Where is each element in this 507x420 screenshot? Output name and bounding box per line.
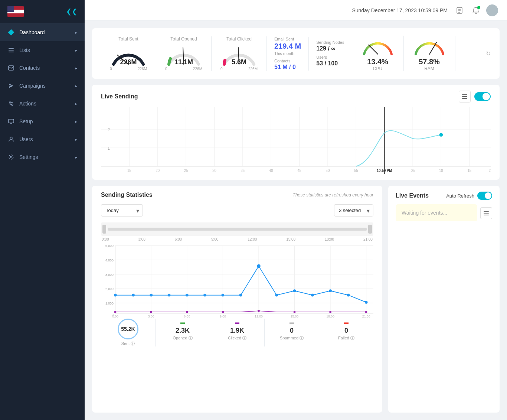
events-list-button[interactable] <box>480 207 492 219</box>
svg-point-82 <box>132 294 135 297</box>
topbar: Sunday December 17, 2023 10:59:09 PM <box>85 0 507 21</box>
svg-text:15:00: 15:00 <box>291 315 299 318</box>
total-opened-label: Total Opened <box>170 36 197 42</box>
spammed-value: 0 <box>265 327 319 335</box>
sidebar-label-setup: Setup <box>19 118 75 124</box>
svg-point-101 <box>294 311 296 313</box>
user-avatar <box>486 4 498 16</box>
auto-refresh-label: Auto Refresh <box>446 193 474 199</box>
arrow-icon: ▸ <box>75 120 77 124</box>
envelope-icon <box>7 64 15 72</box>
total-opened-range: 0 226M <box>165 67 202 71</box>
diamond-icon <box>7 29 15 36</box>
clicked-value: 1.9K <box>210 327 264 335</box>
arrow-icon: ▸ <box>75 30 77 35</box>
date-filter-select[interactable]: Today Yesterday Last 7 days <box>101 204 143 216</box>
svg-point-94 <box>347 294 350 297</box>
list-view-button[interactable] <box>459 91 471 102</box>
avatar-icon[interactable] <box>486 4 498 16</box>
sidebar-item-lists[interactable]: Lists ▸ <box>0 41 85 59</box>
sidebar-item-users[interactable]: Users ▸ <box>0 130 85 148</box>
chart-range-container: 0:003:006:009:0012:0015:0018:0021:00 <box>101 222 373 241</box>
sidebar-item-campaigns[interactable]: Campaigns ▸ <box>0 77 85 95</box>
back-icon[interactable]: ❮❮ <box>66 7 77 16</box>
sidebar-item-setup[interactable]: Setup ▸ <box>0 113 85 130</box>
svg-text:10:59 PM: 10:59 PM <box>377 169 392 173</box>
date-filter-wrapper: Today Yesterday Last 7 days <box>101 204 143 216</box>
total-opened-block: Total Opened 11.1M 0 226M <box>156 36 212 71</box>
range-handle-left[interactable] <box>102 225 106 234</box>
cpu-block: 13.4% CPU <box>352 36 404 71</box>
svg-text:10: 10 <box>439 169 443 173</box>
range-track <box>108 228 367 231</box>
svg-text:15: 15 <box>467 169 471 173</box>
contacts-label: Contacts <box>274 59 301 63</box>
svg-text:45: 45 <box>297 169 301 173</box>
svg-text:50: 50 <box>326 169 330 173</box>
svg-point-84 <box>168 294 171 297</box>
svg-text:55: 55 <box>354 169 358 173</box>
topbar-icons <box>454 4 498 16</box>
filter-row: Today Yesterday Last 7 days 3 selected <box>101 204 373 216</box>
range-time-labels: 0:003:006:009:0012:0015:0018:0021:00 <box>101 237 373 241</box>
sidebar-item-contacts[interactable]: Contacts ▸ <box>0 59 85 77</box>
clicked-stat: ▬ 1.9K Clicked ⓘ <box>210 319 265 346</box>
sending-nodes-row: Sending Nodes 129 / ∞ <box>316 40 344 52</box>
document-icon[interactable] <box>454 4 465 16</box>
svg-point-100 <box>258 310 260 312</box>
monitor-icon <box>7 118 15 125</box>
sidebar-item-dashboard[interactable]: Dashboard ▸ <box>0 23 85 41</box>
svg-point-102 <box>329 311 331 313</box>
sidebar: ❮❮ Dashboard ▸ Lists ▸ Contacts ▸ <box>0 0 85 420</box>
live-sending-header: Live Sending ✓ <box>101 91 491 102</box>
total-clicked-block: Total Clicked 5.6M 0 226M <box>212 36 267 71</box>
statistics-chart: 5,000 4,000 3,000 2,000 1,000 0 <box>101 244 373 319</box>
svg-rect-0 <box>9 48 14 49</box>
opened-stat: ▬ 2.3K Opened ⓘ <box>156 319 210 346</box>
email-sent-block: Email Sent 219.4 M This month Contacts 5… <box>267 37 309 71</box>
waiting-box: Waiting for events... <box>396 204 477 221</box>
svg-rect-104 <box>484 211 489 212</box>
svg-point-97 <box>150 311 152 313</box>
svg-text:21:00: 21:00 <box>362 315 370 318</box>
user-icon <box>7 136 15 143</box>
datetime-display: Sunday December 17, 2023 10:59:09 PM <box>352 7 448 13</box>
send-icon <box>7 82 15 89</box>
flag-icon <box>7 6 24 17</box>
sidebar-label-settings: Settings <box>19 154 75 160</box>
svg-point-7 <box>10 137 12 139</box>
auto-refresh-toggle[interactable]: ✓ <box>477 192 492 200</box>
total-clicked-range: 0 226M <box>220 67 258 71</box>
range-bar <box>101 222 373 236</box>
svg-point-81 <box>114 294 117 297</box>
main-content: Sunday December 17, 2023 10:59:09 PM Tot… <box>85 0 507 420</box>
refresh-icon[interactable]: ↻ <box>486 50 491 57</box>
svg-rect-17 <box>462 96 467 97</box>
spammed-label: Spammed ⓘ <box>265 335 319 341</box>
users-value: 53 / 100 <box>316 60 344 67</box>
svg-text:2: 2 <box>108 127 110 132</box>
sending-stats-title: Sending Statistics <box>101 192 153 198</box>
svg-point-92 <box>311 294 314 297</box>
arrow-icon: ▸ <box>75 155 77 159</box>
auto-refresh-row: Auto Refresh ✓ <box>446 192 492 200</box>
contacts-row: Contacts 51 M / 0 <box>274 59 301 71</box>
svg-text:40: 40 <box>269 169 273 173</box>
sidebar-label-actions: Actions <box>19 101 75 107</box>
svg-text:1: 1 <box>108 146 110 150</box>
svg-point-8 <box>10 156 12 158</box>
range-handle-right[interactable] <box>368 225 372 234</box>
sidebar-item-settings[interactable]: Settings ▸ <box>0 148 85 166</box>
live-sending-toggle[interactable]: ✓ <box>474 92 491 101</box>
sidebar-item-actions[interactable]: Actions ▸ <box>0 95 85 113</box>
sidebar-label-lists: Lists <box>19 47 75 53</box>
svg-text:20: 20 <box>489 169 491 173</box>
svg-rect-105 <box>484 213 489 214</box>
svg-point-10 <box>475 13 477 14</box>
series-filter-select[interactable]: 3 selected <box>334 204 373 216</box>
series-filter-wrapper: 3 selected <box>334 204 373 216</box>
sending-nodes-label: Sending Nodes <box>316 40 344 45</box>
sent-label: Sent ⓘ <box>101 341 155 346</box>
bell-icon[interactable] <box>470 4 482 16</box>
sent-stat: 55.2K Sent ⓘ <box>101 319 156 346</box>
